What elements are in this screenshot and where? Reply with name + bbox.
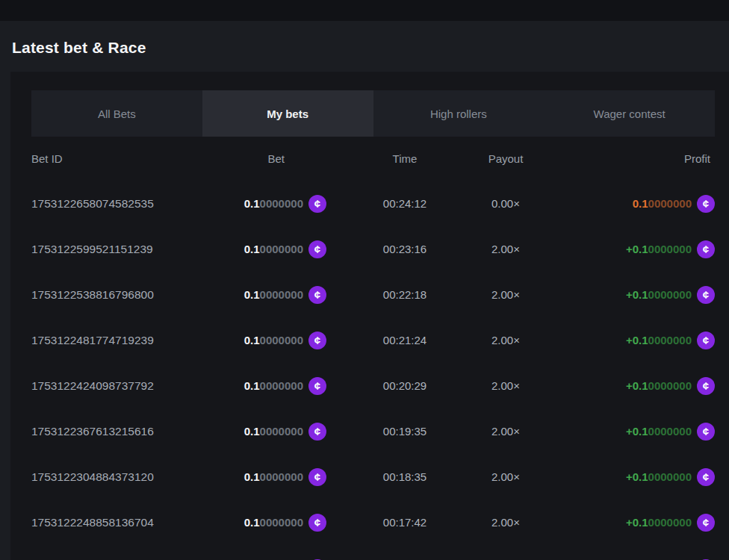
tab-my-bets-label: My bets: [267, 108, 308, 120]
bet-id-cell: 1753122538816796800: [31, 288, 192, 302]
column-header-payout: Payout: [483, 152, 528, 165]
page-header: Latest bet & Race: [0, 21, 729, 72]
column-header-bet-id: Bet ID: [31, 152, 192, 165]
bet-amount-cell: 0.10000000 ¢: [192, 332, 326, 349]
table-row[interactable]: 1753122538816796800 0.10000000 ¢ 00:22:1…: [31, 272, 715, 317]
profit-amount: +0.10000000: [626, 379, 692, 392]
payout-cell: 0.00×: [483, 197, 528, 210]
profit-cell: +0.10000000 ¢: [528, 377, 715, 395]
coin-icon: ¢: [697, 240, 715, 258]
bet-id-cell: 1753122658074582535: [31, 197, 192, 211]
bet-amount: 0.10000000: [244, 425, 303, 438]
time-cell: 00:20:29: [326, 379, 483, 392]
bet-amount: 0.10000000: [244, 334, 303, 346]
bet-amount-cell: 0.10000000 ¢: [192, 423, 326, 441]
bet-amount: 0.10000000: [244, 516, 303, 529]
bet-amount: 0.10000000: [244, 243, 303, 255]
table-row[interactable]: 1753122481774719239 0.10000000 ¢ 00:21:2…: [31, 317, 715, 363]
tab-high-rollers-label: High rollers: [430, 108, 487, 120]
coin-icon: ¢: [697, 286, 715, 304]
payout-cell: 2.00×: [483, 243, 528, 255]
coin-icon: ¢: [697, 468, 715, 486]
profit-cell: +0.10000000 ¢: [528, 423, 715, 441]
bet-id-cell: 1753122424098737792: [31, 379, 192, 393]
table-body: 1753122658074582535 0.10000000 ¢ 00:24:1…: [31, 181, 715, 560]
table-header-row: Bet ID Bet Time Payout Profit: [31, 137, 715, 181]
profit-cell: +0.10000000 ¢: [528, 240, 715, 258]
coin-icon: ¢: [308, 377, 326, 395]
coin-icon: ¢: [697, 332, 715, 349]
tab-all-bets[interactable]: All Bets: [31, 90, 202, 137]
payout-cell: 2.00×: [483, 470, 528, 483]
top-strip: [0, 0, 729, 21]
tab-all-bets-label: All Bets: [98, 108, 136, 120]
time-cell: 00:22:18: [326, 288, 483, 301]
profit-cell: 0.10000000 ¢: [528, 195, 715, 213]
coin-icon: ¢: [697, 423, 715, 441]
profit-amount: +0.10000000: [626, 516, 692, 529]
bet-amount-cell: 0.10000000 ¢: [192, 468, 326, 486]
profit-cell: +0.10000000 ¢: [528, 514, 715, 532]
bet-id-cell: 1753122248858136704: [31, 516, 192, 529]
table-row[interactable]: 1753122248858136704 0.10000000 ¢ 00:17:4…: [31, 500, 715, 545]
bet-amount-cell: 0.10000000 ¢: [192, 514, 326, 532]
column-header-profit: Profit: [528, 152, 715, 165]
profit-cell: +0.10000000 ¢: [528, 332, 715, 349]
time-cell: 00:21:24: [326, 334, 483, 346]
coin-icon: ¢: [308, 514, 326, 532]
profit-amount: +0.10000000: [626, 334, 692, 346]
coin-icon: ¢: [308, 468, 326, 486]
time-cell: 00:23:16: [326, 243, 483, 255]
profit-amount: 0.10000000: [633, 197, 692, 210]
time-cell: 00:19:35: [326, 425, 483, 438]
latest-bets-panel: All Bets My bets High rollers Wager cont…: [10, 72, 729, 560]
coin-icon: ¢: [308, 195, 326, 213]
page-title: Latest bet & Race: [12, 39, 729, 57]
table-row[interactable]: 1753122304884373120 0.10000000 ¢ 00:18:3…: [31, 454, 715, 500]
table-row[interactable]: 1753122658074582535 0.10000000 ¢ 00:24:1…: [31, 181, 715, 226]
bet-amount-cell: 0.10000000 ¢: [192, 286, 326, 304]
bet-id-cell: 1753122304884373120: [31, 470, 192, 484]
coin-icon: ¢: [697, 195, 715, 213]
profit-amount: +0.10000000: [626, 470, 692, 483]
time-cell: 00:24:12: [326, 197, 483, 210]
coin-icon: ¢: [697, 514, 715, 532]
bet-amount-cell: 0.10000000 ¢: [192, 195, 326, 213]
bet-amount-cell: 0.10000000 ¢: [192, 377, 326, 395]
time-cell: 00:18:35: [326, 470, 483, 483]
payout-cell: 2.00×: [483, 425, 528, 438]
bet-id-cell: 1753122367613215616: [31, 425, 192, 438]
tab-my-bets[interactable]: My bets: [202, 90, 373, 137]
coin-icon: ¢: [308, 423, 326, 441]
coin-icon: ¢: [308, 332, 326, 349]
bet-amount: 0.10000000: [244, 288, 303, 301]
payout-cell: 2.00×: [483, 516, 528, 529]
time-cell: 00:17:42: [326, 516, 483, 529]
table-row[interactable]: 1753122424098737792 0.10000000 ¢ 00:20:2…: [31, 363, 715, 408]
coin-icon: ¢: [308, 240, 326, 258]
coin-icon: ¢: [308, 286, 326, 304]
tab-high-rollers[interactable]: High rollers: [373, 90, 545, 137]
bet-amount: 0.10000000: [244, 379, 303, 392]
bet-id-cell: 1753122599521151239: [31, 243, 192, 256]
tab-wager-contest[interactable]: Wager contest: [544, 90, 715, 137]
payout-cell: 2.00×: [483, 379, 528, 392]
bet-amount-cell: 0.10000000 ¢: [192, 240, 326, 258]
payout-cell: 2.00×: [483, 334, 528, 346]
payout-cell: 2.00×: [483, 288, 528, 301]
profit-amount: +0.10000000: [626, 425, 692, 438]
column-header-time: Time: [326, 152, 483, 165]
bet-id-cell: 1753122481774719239: [31, 334, 192, 347]
bet-amount: 0.10000000: [244, 197, 303, 210]
profit-cell: +0.10000000 ¢: [528, 286, 715, 304]
coin-icon: ¢: [697, 377, 715, 395]
bets-tabbar: All Bets My bets High rollers Wager cont…: [31, 90, 715, 137]
profit-amount: +0.10000000: [626, 288, 692, 301]
table-row[interactable]: 1753122367613215616 0.10000000 ¢ 00:19:3…: [31, 408, 715, 454]
table-row[interactable]: 1753122599521151239 0.10000000 ¢ 00:23:1…: [31, 226, 715, 272]
profit-cell: +0.10000000 ¢: [528, 468, 715, 486]
table-row[interactable]: 1753122190476791936 0.10000000 ¢ 00:16:4…: [31, 545, 715, 560]
tab-wager-contest-label: Wager contest: [594, 108, 666, 120]
column-header-bet: Bet: [192, 152, 326, 165]
profit-amount: +0.10000000: [626, 243, 692, 255]
